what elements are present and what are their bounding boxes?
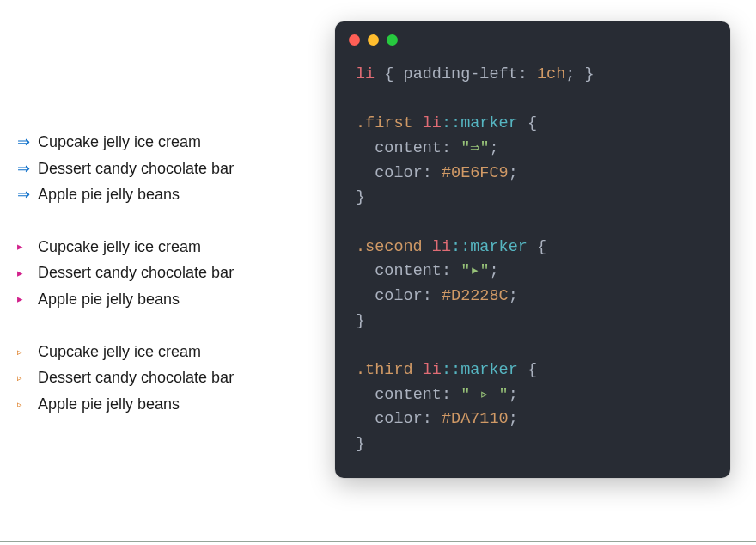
list-item-text: Cupcake jelly ice cream (38, 234, 201, 260)
code-token: : (442, 386, 460, 404)
code-token: li (423, 361, 442, 379)
list-item: ▹ Apple pie jelly beans (17, 391, 309, 418)
code-token: #DA7110 (442, 410, 509, 428)
code-token: .first (356, 114, 413, 132)
code-token: color (375, 164, 423, 182)
code-token (356, 410, 375, 428)
code-token: padding-left (404, 65, 518, 83)
code-token: .second (356, 238, 423, 256)
code-token: li (356, 65, 375, 83)
code-token: { (518, 114, 537, 132)
list-item-text: Dessert candy chocolate bar (38, 364, 234, 391)
list-item-text: Cupcake jelly ice cream (38, 339, 201, 365)
list-second: ▸ Cupcake jelly ice cream ▸ Dessert cand… (17, 234, 309, 313)
maximize-icon[interactable] (387, 34, 398, 46)
list-item: ▸ Apple pie jelly beans (17, 286, 309, 313)
code-token: ; (490, 139, 499, 157)
list-item: ▸ Dessert candy chocolate bar (17, 260, 309, 286)
divider (0, 541, 756, 542)
code-token: : (518, 65, 537, 83)
list-first: ⇒ Cupcake jelly ice cream ⇒ Dessert cand… (17, 129, 309, 208)
code-token: : (423, 287, 442, 305)
code-token: ::marker (451, 238, 527, 256)
code-token: #0E6FC9 (442, 164, 509, 182)
marker-outline-triangle-icon: ▹ (17, 370, 38, 386)
list-item-text: Apple pie jelly beans (38, 181, 180, 208)
code-token: ; } (565, 65, 594, 83)
list-item: ⇒ Dessert candy chocolate bar (17, 156, 309, 182)
code-token: color (375, 410, 423, 428)
code-token: content (375, 139, 442, 157)
window-titlebar (335, 21, 730, 51)
code-token: color (375, 287, 423, 305)
list-third: ▹ Cupcake jelly ice cream ▹ Dessert cand… (17, 339, 309, 418)
code-token: .third (356, 361, 413, 379)
list-item-text: Apple pie jelly beans (38, 391, 180, 418)
list-item: ⇒ Cupcake jelly ice cream (17, 129, 309, 156)
code-token (356, 164, 375, 182)
code-token: ::marker (442, 361, 518, 379)
code-token (356, 386, 375, 404)
code-token: } (356, 435, 365, 453)
marker-outline-triangle-icon: ▹ (17, 396, 38, 413)
list-item: ⇒ Apple pie jelly beans (17, 181, 309, 208)
code-token: : (442, 262, 460, 280)
list-item: ▹ Cupcake jelly ice cream (17, 339, 309, 365)
code-token: li (432, 238, 451, 256)
code-token: } (356, 312, 365, 330)
close-icon[interactable] (349, 34, 360, 46)
code-token: : (442, 139, 460, 157)
code-token: { (518, 361, 537, 379)
code-token: #D2228C (442, 287, 509, 305)
code-token (356, 287, 375, 305)
code-token: " ▹ " (460, 386, 509, 404)
list-item: ▸ Cupcake jelly ice cream (17, 234, 309, 260)
code-token: ; (509, 410, 518, 428)
code-token: "▸" (460, 262, 489, 280)
list-item-text: Dessert candy chocolate bar (38, 156, 234, 182)
code-editor-window: li { padding-left: 1ch; } .first li::mar… (335, 21, 730, 478)
code-token: ; (490, 262, 499, 280)
code-token: ; (509, 164, 518, 182)
marker-arrow-icon: ⇒ (17, 129, 38, 156)
marker-arrow-icon: ⇒ (17, 156, 38, 182)
list-item-text: Cupcake jelly ice cream (38, 129, 201, 156)
code-token: ; (509, 287, 518, 305)
marker-arrow-icon: ⇒ (17, 181, 38, 208)
code-token: { (375, 65, 403, 83)
minimize-icon[interactable] (368, 34, 379, 46)
code-token: 1ch (537, 65, 565, 83)
code-token: "⇒" (460, 139, 489, 157)
code-token: } (356, 188, 365, 206)
marker-triangle-icon: ▸ (17, 264, 38, 283)
code-token: content (375, 386, 442, 404)
code-token: : (423, 410, 442, 428)
list-item: ▹ Dessert candy chocolate bar (17, 364, 309, 391)
code-token: ::marker (442, 114, 518, 132)
code-token: { (527, 238, 546, 256)
code-token: li (423, 114, 442, 132)
marker-triangle-icon: ▸ (17, 290, 38, 309)
code-block: li { padding-left: 1ch; } .first li::mar… (335, 51, 730, 462)
code-token (356, 262, 375, 280)
marker-triangle-icon: ▸ (17, 237, 38, 256)
list-item-text: Dessert candy chocolate bar (38, 260, 234, 286)
code-token (356, 139, 375, 157)
list-item-text: Apple pie jelly beans (38, 286, 180, 313)
code-token: : (423, 164, 442, 182)
marker-outline-triangle-icon: ▹ (17, 344, 38, 360)
code-token: ; (509, 386, 518, 404)
code-token: content (375, 262, 442, 280)
rendered-output-panel: ⇒ Cupcake jelly ice cream ⇒ Dessert cand… (0, 0, 326, 443)
